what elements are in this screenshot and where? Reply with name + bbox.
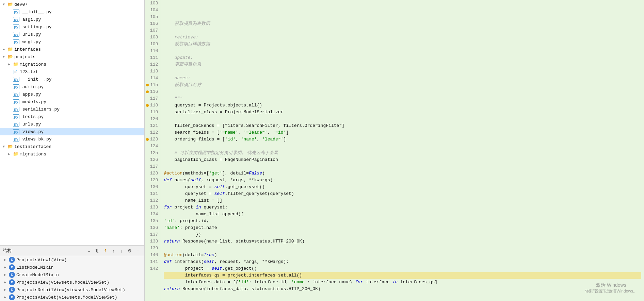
tree-label-interfaces: interfaces bbox=[14, 47, 41, 52]
tree-item-migrations2[interactable]: ▶📁migrations bbox=[0, 150, 144, 158]
py-icon: py bbox=[13, 129, 18, 134]
folder-icon: 📁 bbox=[7, 47, 13, 52]
tree-item-urls_py[interactable]: py urls.py bbox=[0, 31, 144, 38]
line-number-119: 119 bbox=[146, 109, 158, 116]
line-number-110: 110 bbox=[146, 48, 158, 54]
tree-item-views_bk_py[interactable]: py views_bk.py bbox=[0, 135, 144, 143]
line-number-114: 114 bbox=[146, 75, 158, 82]
line-number-113: 113 bbox=[146, 68, 158, 75]
struct-f-btn[interactable]: f bbox=[101, 247, 109, 254]
line-number-108: 108 bbox=[146, 34, 158, 41]
struct-label-4: ProjectsDetailView(viewsets.ModelViewSet… bbox=[16, 287, 125, 292]
py-icon: py bbox=[13, 99, 18, 104]
struct-item-1[interactable]: ▶CListModelMixin bbox=[0, 264, 144, 271]
struct-arrow-1: ▶ bbox=[4, 265, 9, 269]
tree-item-models_py[interactable]: py models.py bbox=[0, 98, 144, 105]
structure-panel: 结构 ≡ ⇅ f ↑ ↓ ⚙ − ▶CProjectsView1(View)▶C… bbox=[0, 245, 144, 301]
struct-item-5[interactable]: ▶CProjectsViewSet(viewsets.ModelViewSet) bbox=[0, 294, 144, 301]
struct-settings-btn[interactable]: ⚙ bbox=[126, 247, 133, 254]
code-line-109: 更新项目信息 bbox=[164, 61, 641, 68]
struct-item-4[interactable]: ▶CProjectsDetailView(viewsets.ModelViewS… bbox=[0, 286, 144, 294]
py-icon: py bbox=[13, 84, 18, 89]
line-number-109: 109 bbox=[146, 41, 158, 48]
breakpoint-dot[interactable] bbox=[146, 90, 149, 93]
line-number-116: 116 bbox=[146, 88, 158, 95]
struct-sort-btn[interactable]: ≡ bbox=[85, 247, 93, 254]
struct-collapse-btn[interactable]: − bbox=[134, 247, 142, 254]
line-number-124: 124 bbox=[146, 143, 158, 150]
struct-arrow-0: ▶ bbox=[4, 258, 9, 262]
code-line-104 bbox=[164, 27, 641, 34]
code-line-115: queryset = Projects.objects.all() bbox=[164, 102, 641, 109]
py-icon: py bbox=[13, 114, 18, 119]
tree-item-dev07[interactable]: ▼📂dev07 bbox=[0, 1, 144, 8]
struct-item-3[interactable]: ▶CProjectsView(viewsets.ModelViewSet) bbox=[0, 279, 144, 286]
py-icon: py bbox=[13, 92, 18, 97]
tree-item-init_py[interactable]: py __init__.py bbox=[0, 8, 144, 16]
structure-title: 结构 bbox=[3, 248, 84, 254]
py-icon: py bbox=[13, 122, 18, 127]
code-line-130: for project in queryset: bbox=[164, 204, 641, 211]
struct-alpha-btn[interactable]: ⇅ bbox=[93, 247, 101, 254]
struct-label-3: ProjectsView(viewsets.ModelViewSet) bbox=[16, 280, 109, 285]
tree-item-apps_py[interactable]: py apps.py bbox=[0, 90, 144, 98]
code-line-103: 获取项目列表数据 bbox=[164, 20, 641, 27]
tree-label-wsgi_py: wsgi.py bbox=[22, 39, 41, 45]
py-icon: py bbox=[13, 17, 18, 22]
struct-item-2[interactable]: ▶CCreateModelMixin bbox=[0, 271, 144, 279]
struct-item-0[interactable]: ▶CProjectsView1(View) bbox=[0, 256, 144, 264]
struct-label-1: ListModelMixin bbox=[16, 265, 53, 270]
tree-item-wsgi_py[interactable]: py wsgi.py bbox=[0, 38, 144, 46]
structure-header: 结构 ≡ ⇅ f ↑ ↓ ⚙ − bbox=[0, 246, 144, 256]
line-number-131: 131 bbox=[146, 190, 158, 197]
code-container[interactable]: 1031041051061071081091101111121131141151… bbox=[145, 0, 644, 301]
tree-item-interfaces[interactable]: ▶📁interfaces bbox=[0, 46, 144, 53]
line-number-128: 128 bbox=[146, 170, 158, 177]
struct-down-btn[interactable]: ↓ bbox=[118, 247, 125, 254]
line-number-117: 117 bbox=[146, 95, 158, 102]
breakpoint-dot[interactable] bbox=[146, 104, 149, 107]
tree-item-init_py2[interactable]: py __init__.py bbox=[0, 76, 144, 83]
breakpoint-dot[interactable] bbox=[146, 84, 149, 86]
line-number-121: 121 bbox=[146, 122, 158, 129]
py-icon: py bbox=[13, 77, 18, 82]
folder-icon: 📂 bbox=[7, 144, 13, 149]
tree-label-migrations: migrations bbox=[20, 62, 46, 67]
code-line-141: interfaces_data = [{'id': interface.id, … bbox=[164, 279, 641, 286]
struct-icon-3: C bbox=[9, 279, 15, 285]
tree-arrow-migrations: ▶ bbox=[8, 62, 13, 66]
code-line-112: 获取项目名称 bbox=[164, 82, 641, 88]
main-area: 1031041051061071081091101111121131141151… bbox=[145, 0, 644, 301]
struct-icon-0: C bbox=[9, 257, 15, 263]
code-line-122: # 可以在类视图中指定分页引擎类, 优先级高于全局 bbox=[164, 150, 641, 156]
py-icon: py bbox=[13, 32, 18, 37]
struct-arrow-4: ▶ bbox=[4, 288, 9, 292]
tree-item-settings_py[interactable]: py settings.py bbox=[0, 23, 144, 31]
tree-item-urls_py2[interactable]: py urls.py bbox=[0, 120, 144, 128]
tree-item-asgi_py[interactable]: py asgi.py bbox=[0, 16, 144, 23]
line-number-120: 120 bbox=[146, 116, 158, 122]
structure-list[interactable]: ▶CProjectsView1(View)▶CListModelMixin▶CC… bbox=[0, 256, 144, 301]
tree-arrow-projects: ▼ bbox=[3, 55, 7, 59]
line-number-141: 141 bbox=[146, 258, 158, 265]
code-line-114: """ bbox=[164, 95, 641, 102]
tree-item-serializers_py[interactable]: py serializers.py bbox=[0, 105, 144, 113]
code-line-132: 'id': project.id, bbox=[164, 218, 641, 224]
breakpoint-dot[interactable] bbox=[146, 138, 149, 141]
file-tree[interactable]: ▼📂dev07 py __init__.py py asgi.py py set… bbox=[0, 0, 144, 245]
tree-item-admin_py[interactable]: py admin.py bbox=[0, 83, 144, 90]
line-number-111: 111 bbox=[146, 54, 158, 61]
code-line-135: return Response(name_list, status=status… bbox=[164, 238, 641, 245]
struct-up-btn[interactable]: ↑ bbox=[110, 247, 117, 254]
tree-item-projects[interactable]: ▼📂projects bbox=[0, 53, 144, 61]
tree-item-tests_py[interactable]: py tests.py bbox=[0, 113, 144, 120]
line-number-125: 125 bbox=[146, 150, 158, 156]
tree-item-123_txt[interactable]: 📄123.txt bbox=[0, 68, 144, 76]
struct-label-0: ProjectsView1(View) bbox=[16, 257, 67, 263]
tree-item-views_py[interactable]: py views.py bbox=[0, 128, 144, 135]
tree-item-migrations[interactable]: ▶📁migrations bbox=[0, 61, 144, 68]
line-number-123: 123 bbox=[146, 136, 158, 143]
tree-item-testinterfaces[interactable]: ▼📂testinterfaces bbox=[0, 143, 144, 150]
code-content: 获取项目列表数据 retrieve: 获取项目详情数据 update: 更新项目… bbox=[161, 0, 644, 301]
code-line-139: project = self.get_object() bbox=[164, 265, 641, 272]
